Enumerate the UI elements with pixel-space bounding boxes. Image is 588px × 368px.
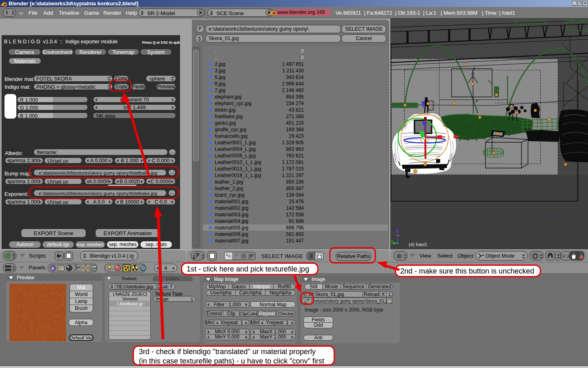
svg-text:y: y	[391, 239, 393, 243]
svg-text:e: e	[51, 266, 54, 271]
svg-text:x: x	[476, 99, 478, 103]
svg-text:(4) fotel1: (4) fotel1	[409, 242, 427, 247]
svg-text:z: z	[473, 66, 475, 71]
